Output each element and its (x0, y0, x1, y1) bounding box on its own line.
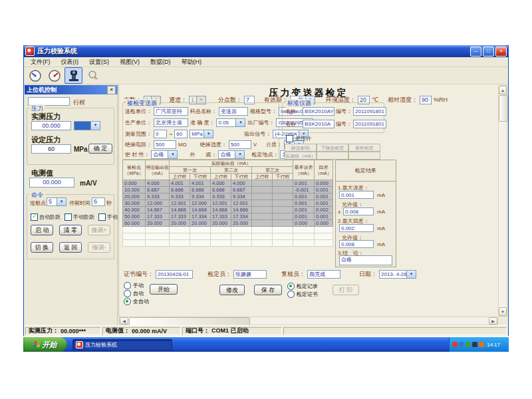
verifier-field[interactable]: 张媛媛 (233, 270, 267, 279)
pressure-unit-combobox[interactable]: ▼ (74, 121, 100, 130)
appearance-combobox[interactable]: 合格▼ (218, 150, 245, 159)
range-unit-combobox[interactable]: MPa▼ (190, 130, 213, 138)
radio-circle[interactable] (124, 298, 131, 305)
command-button[interactable]: 清 零 (59, 225, 82, 235)
start-button[interactable]: 开始 (150, 284, 178, 295)
tray-icon[interactable] (479, 342, 484, 347)
gauge-red-toolbutton[interactable] (45, 67, 63, 84)
scroll-left-icon[interactable]: ◀ (120, 317, 128, 325)
radio-circle[interactable] (124, 290, 131, 297)
menu-item[interactable]: 视图(V) (114, 57, 145, 67)
allowed-hysteresis-field[interactable]: 0.008 (339, 240, 374, 248)
magnifier-toolbutton[interactable] (84, 67, 102, 84)
range-from-field[interactable]: 0 (154, 130, 167, 138)
standard-name-field[interactable]: BSK2010A (303, 120, 334, 128)
menu-item[interactable]: 文件(F) (25, 57, 56, 67)
table-row[interactable]: 20.0009.3339.3339.3349.3339.3340.0010.00… (123, 194, 333, 200)
tray-icon[interactable] (459, 342, 464, 347)
radio-circle[interactable] (287, 283, 295, 290)
vertical-scrollbar[interactable]: ▲ ▼ (498, 85, 507, 317)
diff-gauge-checkbox-row[interactable]: 差压计 (286, 135, 311, 142)
radio-circle[interactable] (124, 282, 131, 289)
measured-pressure-field[interactable]: 00.000 (31, 121, 71, 130)
checkbox-box[interactable] (65, 213, 72, 221)
sender-field[interactable]: 广汽菲亚特 (154, 107, 188, 116)
range-to-field[interactable]: 60 (174, 130, 188, 138)
scroll-down-icon[interactable]: ▼ (499, 307, 507, 316)
close-button[interactable]: × (495, 47, 507, 57)
scroll-up-icon[interactable]: ▲ (499, 86, 507, 94)
table-row[interactable]: 50.00017.33317.33317.33417.33317.3340.00… (123, 213, 333, 220)
checkbox-item[interactable]: ✓自动阶跃 (31, 213, 61, 221)
tray-icon[interactable] (452, 342, 458, 347)
date-combobox[interactable]: 2013- 4-28▼ (379, 270, 416, 279)
horizontal-scrollbar[interactable]: ◀ ▶ (119, 317, 498, 325)
title-bar[interactable]: 压力校验系统 – □ × (23, 45, 509, 57)
scrollbar-thumb[interactable] (499, 95, 508, 122)
standard-name-field[interactable]: BSK2010AY (303, 107, 334, 116)
result-panel-header: 检定结果 (335, 160, 396, 182)
scroll-right-icon[interactable]: ▶ (489, 317, 497, 325)
tray-icon[interactable] (472, 342, 477, 347)
manufacturer-field[interactable]: 北京博士康 (154, 118, 188, 127)
sample-field[interactable]: 变送器 (219, 107, 248, 116)
chevron-down-icon[interactable]: ▼ (168, 150, 178, 159)
chevron-down-icon[interactable]: ▼ (235, 118, 245, 127)
seal-combobox[interactable]: 合格▼ (151, 150, 178, 159)
cruise-point-combobox[interactable]: 5 ▼ (47, 198, 66, 206)
radio-circle[interactable] (287, 291, 295, 298)
set-pressure-field[interactable]: 60 (31, 144, 71, 154)
confirm-button[interactable]: 确 定 (88, 144, 112, 154)
radio-item[interactable]: 检定证书 (287, 290, 327, 298)
table-row[interactable]: 40.00014.66714.66614.66814.66614.6660.00… (123, 207, 333, 213)
restore-button[interactable]: □ (483, 47, 494, 57)
allowed-error-field[interactable]: 0.008 (343, 207, 374, 215)
humidity-field[interactable]: 90 (420, 96, 432, 104)
command-button[interactable]: 切 换 (31, 242, 53, 253)
menu-item[interactable]: 帮助(H) (176, 57, 207, 67)
max-hysteresis-field[interactable]: 0.002 (339, 224, 374, 232)
chevron-down-icon[interactable]: ▼ (235, 150, 245, 159)
chevron-down-icon[interactable]: ▼ (90, 121, 100, 130)
strength-field[interactable]: 500 (229, 140, 251, 149)
reviewer-field[interactable]: 颜克成 (307, 270, 340, 279)
start-button-taskbar[interactable]: 开始 (23, 337, 67, 352)
certificate-no-field[interactable]: 20130428-01 (156, 270, 193, 279)
chevron-down-icon[interactable]: ▼ (203, 130, 213, 138)
command-button[interactable]: 返 回 (59, 242, 82, 253)
taskbar-task-item[interactable]: 压力校验系统 (72, 339, 172, 350)
resistance-field[interactable]: 500 (154, 140, 176, 149)
checkbox-box[interactable]: ✓ (31, 213, 38, 221)
checkbox-item[interactable]: 手动 (98, 213, 118, 221)
table-row[interactable]: 10.0006.6676.6666.6666.6666.667-0.0010.0… (123, 187, 333, 194)
gauge-blue-toolbutton[interactable] (26, 67, 44, 84)
radio-item[interactable]: 检定记录 (287, 282, 327, 290)
electric-value-field[interactable]: 00.000 (29, 178, 74, 188)
command-button[interactable]: 启 动 (31, 225, 53, 235)
modify-button[interactable]: 修改 (219, 285, 245, 295)
table-row[interactable]: 30.00012.00012.00112.00012.00112.0010.00… (123, 200, 333, 207)
menu-item[interactable]: 设置(S) (84, 57, 114, 67)
radio-item[interactable]: 全自动 (124, 297, 154, 305)
accuracy-combobox[interactable]: 0.05▼ (216, 118, 245, 127)
table-row[interactable]: 60.00020.00020.00020.00020.00020.0000.00… (123, 220, 333, 227)
menu-item[interactable]: 仪表(I) (56, 57, 84, 67)
max-error-field[interactable]: 0.001 (339, 191, 374, 199)
left-panel-close-icon[interactable]: × (107, 86, 116, 94)
transmitter-toolbutton[interactable] (65, 67, 82, 84)
chevron-down-icon[interactable]: ▼ (57, 198, 66, 206)
checkbox-box[interactable] (98, 213, 106, 221)
minimize-button[interactable]: – (470, 47, 481, 57)
table-row[interactable]: 0.0004.0004.0014.0014.0004.0000.0010.000 (123, 180, 333, 187)
checkbox-item[interactable]: 手动阶跃 (65, 213, 94, 221)
standard-no-field[interactable]: 2011091801 (353, 107, 386, 116)
left-panel-header[interactable]: 上位机控制 × (25, 85, 118, 94)
menu-item[interactable]: 数据(D) (145, 57, 176, 67)
checkbox-box[interactable] (286, 135, 293, 142)
conclusion-field[interactable]: 合格 (339, 255, 392, 265)
dwell-time-field[interactable]: 6 (92, 198, 105, 206)
save-button[interactable]: 保 存 (254, 285, 282, 295)
tray-icon[interactable] (466, 342, 471, 347)
chevron-down-icon[interactable]: ▼ (406, 270, 416, 279)
standard-no-field[interactable]: 2011091801 (353, 120, 386, 128)
